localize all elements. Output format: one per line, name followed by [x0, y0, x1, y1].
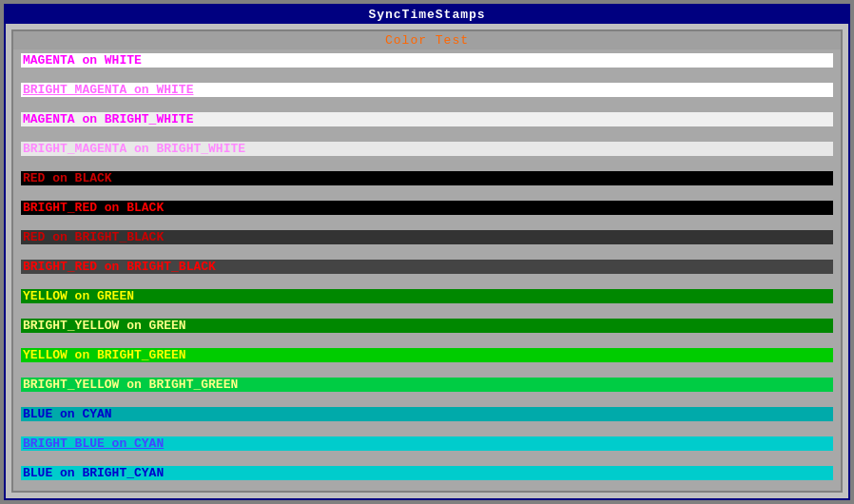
color-row-magenta-on-bright-white: MAGENTA on BRIGHT_WHITE — [21, 112, 833, 126]
color-row-yellow-on-bright-green: YELLOW on BRIGHT_GREEN — [21, 348, 833, 362]
window-title: SyncTimeStamps — [368, 8, 485, 22]
color-row-blue-on-bright-cyan: BLUE on BRIGHT_CYAN — [21, 466, 833, 480]
color-row-bright-red-on-black: BRIGHT_RED on BLACK — [21, 201, 833, 215]
color-row-blue-on-cyan: BLUE on CYAN — [21, 407, 833, 421]
color-row-bright-magenta-on-white: BRIGHT_MAGENTA on WHITE — [21, 83, 833, 97]
color-row-magenta-on-white: MAGENTA on WHITE — [21, 53, 833, 68]
color-row-bright-yellow-on-green: BRIGHT_YELLOW on GREEN — [21, 319, 833, 333]
color-row-bright-red-on-bright-black: BRIGHT_RED on BRIGHT_BLACK — [21, 260, 833, 274]
color-row-bright-blue-on-cyan: BRIGHT_BLUE on CYAN — [21, 436, 833, 451]
content-area: MAGENTA on WHITEBRIGHT_MAGENTA on WHITEM… — [13, 49, 841, 491]
color-row-bright-yellow-on-bright-green: BRIGHT_YELLOW on BRIGHT_GREEN — [21, 378, 833, 392]
color-row-red-on-black: RED on BLACK — [21, 171, 833, 185]
inner-panel: Color Test MAGENTA on WHITEBRIGHT_MAGENT… — [11, 29, 843, 493]
panel-title: Color Test — [13, 31, 841, 49]
color-row-red-on-bright-black: RED on BRIGHT_BLACK — [21, 230, 833, 244]
color-row-yellow-on-green: YELLOW on GREEN — [21, 289, 833, 303]
main-window: SyncTimeStamps Color Test MAGENTA on WHI… — [4, 4, 850, 500]
title-bar: SyncTimeStamps — [6, 6, 848, 24]
color-row-bright-magenta-on-bright-white: BRIGHT_MAGENTA on BRIGHT_WHITE — [21, 142, 833, 156]
